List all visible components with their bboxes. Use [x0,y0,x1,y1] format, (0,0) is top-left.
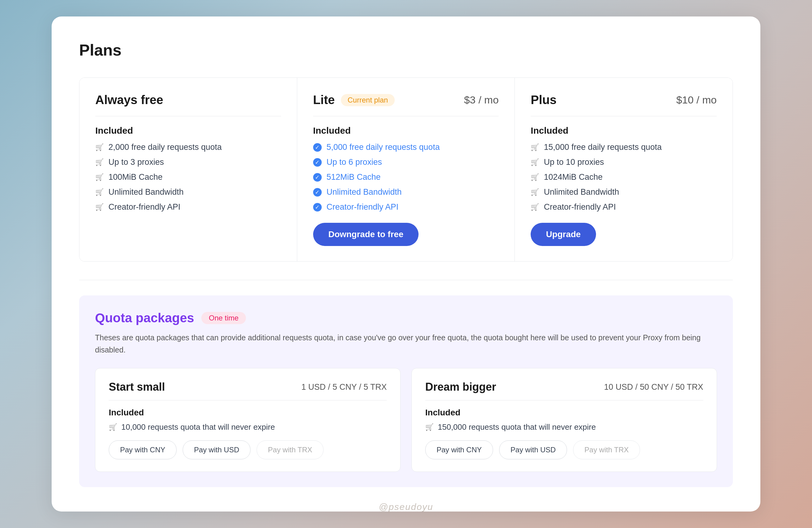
check-icon-lite-4: ✓ [313,188,322,197]
pay-cny-start-small[interactable]: Pay with CNY [109,440,177,459]
cart-icon-4: 🛒 [95,188,104,196]
feature-lite-1: ✓ 5,000 free daily requests quota [313,142,499,152]
plan-always-free: Always free Included 🛒 2,000 free daily … [79,78,297,261]
quota-section: Quota packages One time Theses are quota… [79,296,733,487]
cart-icon-quota-2: 🛒 [425,423,434,431]
feature-plus-2: 🛒 Up to 10 proxies [531,157,717,167]
included-label-free: Included [95,125,281,136]
feature-free-3: 🛒 100MiB Cache [95,172,281,182]
plan-name-plus: Plus [531,93,556,107]
upgrade-button[interactable]: Upgrade [531,223,596,246]
quota-packages-grid: Start small 1 USD / 5 CNY / 5 TRX Includ… [95,368,717,472]
package-header-start-small: Start small 1 USD / 5 CNY / 5 TRX [109,381,387,393]
package-included-start-small: Included [109,408,387,418]
package-name-start-small: Start small [109,381,165,393]
page-title: Plans [79,41,733,59]
plan-header-always-free: Always free [95,93,281,107]
feature-free-4: 🛒 Unlimited Bandwidth [95,187,281,197]
package-divider-start-small [109,400,387,401]
package-feature-start-small: 🛒 10,000 requests quota that will never … [109,422,387,432]
feature-list-free: 🛒 2,000 free daily requests quota 🛒 Up t… [95,142,281,212]
plan-price-lite: $3 / mo [464,94,498,106]
pay-buttons-start-small: Pay with CNY Pay with USD Pay with TRX [109,440,387,459]
package-dream-bigger: Dream bigger 10 USD / 50 CNY / 50 TRX In… [411,368,717,472]
feature-plus-4: 🛒 Unlimited Bandwidth [531,187,717,197]
feature-free-1: 🛒 2,000 free daily requests quota [95,142,281,152]
package-start-small: Start small 1 USD / 5 CNY / 5 TRX Includ… [95,368,401,472]
feature-list-lite: ✓ 5,000 free daily requests quota ✓ Up t… [313,142,499,212]
pay-usd-dream-bigger[interactable]: Pay with USD [499,440,567,459]
cart-icon-3: 🛒 [95,174,104,181]
package-price-start-small: 1 USD / 5 CNY / 5 TRX [301,382,387,392]
feature-free-5: 🛒 Creator-friendly API [95,202,281,212]
cart-icon-2: 🛒 [95,159,104,166]
plan-price-plus: $10 / mo [676,94,717,106]
plans-grid: Always free Included 🛒 2,000 free daily … [79,77,733,261]
check-icon-lite-2: ✓ [313,158,322,167]
cart-icon-5: 🛒 [95,203,104,211]
cart-icon-plus-5: 🛒 [531,203,539,211]
feature-lite-4: ✓ Unlimited Bandwidth [313,187,499,197]
quota-header: Quota packages One time [95,311,717,325]
check-icon-lite-3: ✓ [313,173,322,182]
pay-usd-start-small[interactable]: Pay with USD [183,440,250,459]
cart-icon-plus-4: 🛒 [531,188,539,196]
check-icon-lite-1: ✓ [313,143,322,152]
plan-header-plus: Plus $10 / mo [531,93,717,107]
plan-lite: Lite Current plan $3 / mo Included ✓ 5,0… [297,78,515,261]
package-header-dream-bigger: Dream bigger 10 USD / 50 CNY / 50 TRX [425,381,703,393]
pay-cny-dream-bigger[interactable]: Pay with CNY [425,440,493,459]
feature-plus-3: 🛒 1024MiB Cache [531,172,717,182]
plan-name-lite: Lite [313,93,335,107]
current-plan-badge: Current plan [341,94,395,106]
package-name-dream-bigger: Dream bigger [425,381,496,393]
feature-plus-1: 🛒 15,000 free daily requests quota [531,142,717,152]
cart-icon-plus-2: 🛒 [531,159,539,166]
feature-list-plus: 🛒 15,000 free daily requests quota 🛒 Up … [531,142,717,212]
downgrade-to-free-button[interactable]: Downgrade to free [313,223,419,246]
cart-icon-plus-1: 🛒 [531,144,539,151]
plan-name-always-free: Always free [95,93,163,107]
package-divider-dream-bigger [425,400,703,401]
cart-icon-quota-1: 🛒 [109,423,117,431]
feature-lite-2: ✓ Up to 6 proxies [313,157,499,167]
feature-lite-3: ✓ 512MiB Cache [313,172,499,182]
feature-lite-5: ✓ Creator-friendly API [313,202,499,212]
plan-plus: Plus $10 / mo Included 🛒 15,000 free dai… [515,78,733,261]
package-price-dream-bigger: 10 USD / 50 CNY / 50 TRX [604,382,703,392]
pay-trx-start-small[interactable]: Pay with TRX [257,440,323,459]
plan-header-lite: Lite Current plan $3 / mo [313,93,499,107]
one-time-badge: One time [201,312,246,324]
section-divider [79,280,733,280]
feature-plus-5: 🛒 Creator-friendly API [531,202,717,212]
feature-free-2: 🛒 Up to 3 proxies [95,157,281,167]
main-card: Plans Always free Included 🛒 2,000 free … [52,16,760,512]
cart-icon-plus-3: 🛒 [531,174,539,181]
pay-trx-dream-bigger[interactable]: Pay with TRX [573,440,640,459]
pay-buttons-dream-bigger: Pay with CNY Pay with USD Pay with TRX [425,440,703,459]
included-label-plus: Included [531,125,717,136]
cart-icon-1: 🛒 [95,144,104,151]
package-feature-dream-bigger: 🛒 150,000 requests quota that will never… [425,422,703,432]
quota-title: Quota packages [95,311,194,325]
quota-description: Theses are quota packages that can provi… [95,331,717,356]
check-icon-lite-5: ✓ [313,203,322,211]
watermark: @pseudoyu [379,502,434,512]
package-included-dream-bigger: Included [425,408,703,418]
included-label-lite: Included [313,125,499,136]
